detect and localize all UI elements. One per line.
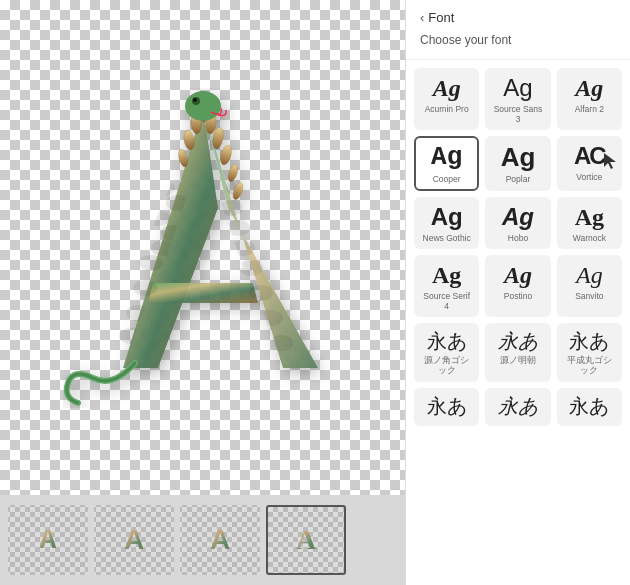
cursor-icon <box>604 153 616 169</box>
font-preview-vortice: AC <box>574 144 605 168</box>
font-name-cooper: Cooper <box>433 174 461 184</box>
font-card-poplar[interactable]: Ag Poplar <box>485 136 550 190</box>
font-name-sanvito: Sanvito <box>575 291 603 301</box>
thumbnails-row: A A A A <box>0 495 405 585</box>
svg-point-2 <box>146 210 170 226</box>
back-navigation[interactable]: ‹ Font <box>420 10 616 25</box>
font-name-alfarn-2: Alfarn 2 <box>575 104 604 114</box>
font-preview-source-sans-3: Ag <box>503 76 532 100</box>
font-name-heisei-maru: 平成丸ゴシック <box>563 355 616 375</box>
font-card-acumin-pro[interactable]: Ag Acumin Pro <box>414 68 479 130</box>
font-preview-jp-6: 永あ <box>569 396 609 416</box>
font-preview-genyo-kaku-gothic: 永あ <box>427 331 467 351</box>
font-card-vortice[interactable]: AC Vortice <box>557 136 622 190</box>
font-name-acumin-pro: Acumin Pro <box>425 104 469 114</box>
font-card-source-sans-3[interactable]: Ag Source Sans 3 <box>485 68 550 130</box>
thumbnail-4[interactable]: A <box>266 505 346 575</box>
letter-svg <box>63 88 343 408</box>
right-panel: ‹ Font Choose your font Ag Acumin Pro Ag… <box>405 0 630 585</box>
svg-point-11 <box>226 220 250 236</box>
font-card-postino[interactable]: Ag Postino <box>485 255 550 317</box>
section-title: Choose your font <box>420 33 616 47</box>
font-name-poplar: Poplar <box>506 174 531 184</box>
fonts-grid: Ag Acumin Pro Ag Source Sans 3 Ag Alfarn… <box>406 60 630 434</box>
font-preview-hobo: Ag <box>502 205 534 229</box>
svg-point-0 <box>151 180 175 196</box>
font-name-postino: Postino <box>504 291 532 301</box>
svg-point-15 <box>259 310 283 326</box>
thumbnail-1[interactable]: A <box>8 505 88 575</box>
svg-point-16 <box>269 335 293 351</box>
font-preview-sanvito: Ag <box>576 263 603 287</box>
font-preview-acumin-pro: Ag <box>433 76 461 100</box>
font-card-warnock[interactable]: Ag Warnock <box>557 197 622 249</box>
font-name-vortice: Vortice <box>576 172 602 182</box>
font-preview-news-gothic: Ag <box>431 205 463 229</box>
font-card-news-gothic[interactable]: Ag News Gothic <box>414 197 479 249</box>
main-letter-display <box>53 73 353 423</box>
font-card-genmyo[interactable]: 永あ 源ノ明朝 <box>485 323 550 381</box>
svg-point-21 <box>226 163 239 183</box>
svg-point-12 <box>231 240 255 256</box>
svg-point-20 <box>218 144 233 166</box>
font-card-alfarn-2[interactable]: Ag Alfarn 2 <box>557 68 622 130</box>
font-card-genyo-kaku-gothic[interactable]: 永あ 源ノ角ゴシック <box>414 323 479 381</box>
font-card-jp-6[interactable]: 永あ <box>557 388 622 426</box>
thumbnail-3[interactable]: A <box>180 505 260 575</box>
svg-point-26 <box>185 91 221 121</box>
font-preview-alfarn-2: Ag <box>575 76 603 100</box>
font-card-heisei-maru[interactable]: 永あ 平成丸ゴシック <box>557 323 622 381</box>
font-card-source-serif-4[interactable]: Ag Source Serif 4 <box>414 255 479 317</box>
thumbnail-2[interactable]: A <box>94 505 174 575</box>
font-card-sanvito[interactable]: Ag Sanvito <box>557 255 622 317</box>
svg-point-10 <box>219 200 243 216</box>
font-preview-jp-5: 永あ <box>498 396 538 416</box>
svg-point-5 <box>139 255 163 271</box>
font-preview-source-serif-4: Ag <box>432 263 461 287</box>
font-card-jp-4[interactable]: 永あ <box>414 388 479 426</box>
font-name-genyo-kaku-gothic: 源ノ角ゴシック <box>420 355 473 375</box>
back-label: Font <box>428 10 454 25</box>
font-card-hobo[interactable]: Ag Hobo <box>485 197 550 249</box>
font-card-cooper[interactable]: Ag Cooper <box>414 136 479 190</box>
font-preview-postino: Ag <box>504 263 532 287</box>
font-preview-poplar: Ag <box>501 144 536 170</box>
font-name-warnock: Warnock <box>573 233 606 243</box>
back-chevron-icon: ‹ <box>420 10 424 25</box>
font-name-news-gothic: News Gothic <box>423 233 471 243</box>
font-preview-jp-4: 永あ <box>427 396 467 416</box>
svg-point-13 <box>239 260 263 276</box>
svg-point-28 <box>193 98 197 102</box>
font-name-hobo: Hobo <box>508 233 528 243</box>
font-name-genmyo: 源ノ明朝 <box>500 355 536 365</box>
font-preview-warnock: Ag <box>575 205 604 229</box>
font-name-source-serif-4: Source Serif 4 <box>420 291 473 311</box>
font-name-source-sans-3: Source Sans 3 <box>491 104 544 124</box>
svg-point-6 <box>133 280 157 296</box>
panel-header: ‹ Font Choose your font <box>406 0 630 60</box>
left-panel: A A A A <box>0 0 405 585</box>
canvas-area <box>0 0 405 495</box>
font-card-jp-5[interactable]: 永あ <box>485 388 550 426</box>
font-preview-genmyo: 永あ <box>498 331 538 351</box>
font-preview-cooper: Ag <box>431 144 462 170</box>
font-preview-heisei-maru: 永あ <box>569 331 609 351</box>
